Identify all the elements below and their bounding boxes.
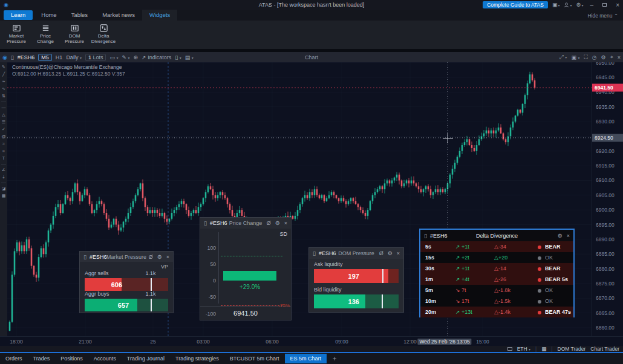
- workspace-tab-trades[interactable]: Trades: [28, 354, 56, 363]
- shape-icon[interactable]: △: [2, 112, 5, 118]
- angle-icon[interactable]: ∠: [2, 167, 5, 173]
- restore-button[interactable]: [602, 3, 607, 7]
- gear-icon[interactable]: ⚙: [388, 250, 393, 256]
- delta-divergence-row[interactable]: 10m↘ 17t△-1.5kOK: [420, 296, 573, 307]
- ribbon-button-price-change[interactable]: PriceChange: [31, 22, 59, 44]
- session-icon[interactable]: [507, 347, 512, 351]
- wave-icon[interactable]: ≈: [2, 141, 5, 147]
- add-tab-button[interactable]: +: [327, 355, 342, 362]
- list-icon[interactable]: ☰: [2, 119, 5, 125]
- menu-tab-learn[interactable]: Learn: [4, 10, 33, 20]
- minimize-button[interactable]: –: [588, 2, 596, 8]
- close-icon[interactable]: ×: [567, 233, 570, 239]
- menu-tab-tables[interactable]: Tables: [64, 10, 95, 21]
- menu-tab-market-news[interactable]: Market news: [95, 10, 142, 21]
- delta-divergence-row[interactable]: 1m↗ +4t△-26BEAR 5s: [420, 274, 573, 285]
- settings-icon[interactable]: ⚙▾: [576, 2, 584, 8]
- text-icon[interactable]: T: [2, 155, 5, 161]
- trend-arrow-icon: ↗: [455, 244, 460, 250]
- zoom-icon[interactable]: ⊕: [134, 54, 139, 60]
- mute-icon[interactable]: Ø: [379, 250, 383, 256]
- timeframe-h1[interactable]: H1: [56, 54, 63, 60]
- pattern-icon[interactable]: ⌗: [2, 148, 5, 154]
- eraser-icon[interactable]: ◪: [2, 186, 6, 192]
- workspace-tab-es-5m-chart[interactable]: ES 5m Chart: [285, 354, 327, 363]
- instrument-icon[interactable]: ▯: [11, 54, 14, 60]
- bar-label: Ask liquidity: [314, 261, 343, 267]
- workspace-tab-btcusdt-5m-chart[interactable]: BTCUSDT 5m Chart: [224, 354, 285, 363]
- market-pressure-panel[interactable]: ▯ #ESH6 Market Pressure Ø ⚙ × VP Aggr se…: [79, 251, 174, 313]
- trend-icon[interactable]: ≃: [2, 79, 5, 85]
- brush-icon[interactable]: ✎: [2, 64, 5, 70]
- mode-label[interactable]: VP: [85, 262, 168, 270]
- time-axis[interactable]: 18:0021:002503:0006:0009:0012:00Wed 25 F…: [0, 336, 623, 346]
- gear-icon[interactable]: ⚙: [157, 254, 162, 260]
- lots-selector[interactable]: 1 Lots: [85, 54, 106, 61]
- levels-icon[interactable]: ⇅: [2, 93, 5, 99]
- gear-icon[interactable]: ⚙: [275, 220, 280, 226]
- mute-icon[interactable]: Ø: [149, 254, 153, 260]
- hide-menu[interactable]: Hide menu ⌃: [587, 13, 618, 19]
- gear-icon[interactable]: ⚙: [558, 233, 563, 239]
- price-change-panel[interactable]: ▯ #ESH6 Price Change Ø ⚙ × SD 100500-50-…: [200, 217, 292, 320]
- ribbon-button-dom-pressure[interactable]: DOMPressure: [60, 22, 88, 44]
- delta-divergence-row[interactable]: 5m↘ 7t△-1.8kOK: [420, 285, 573, 296]
- menu-tab-widgets[interactable]: Widgets: [142, 10, 177, 21]
- guide-button[interactable]: Complete Guide to ATAS: [483, 1, 548, 8]
- close-button[interactable]: ×: [613, 2, 622, 8]
- timeframe-daily[interactable]: Daily ▾: [66, 54, 82, 60]
- chart-settings-icon[interactable]: ⚙: [601, 54, 606, 60]
- zigzag-icon[interactable]: ∿: [2, 86, 5, 92]
- workspace-tab-positions[interactable]: Positions: [55, 354, 88, 363]
- row-status: BEAR 5s: [545, 276, 568, 282]
- mention-icon[interactable]: @: [1, 134, 5, 140]
- delta-divergence-row[interactable]: 20m↗ +13t△-1.4kBEAR 47s: [420, 307, 573, 317]
- close-icon[interactable]: ×: [397, 250, 400, 256]
- pressure-bar: 606: [85, 278, 168, 291]
- layout-icon[interactable]: ▭ ▾: [109, 54, 118, 60]
- close-icon[interactable]: ×: [166, 254, 169, 260]
- arrow-down-icon[interactable]: ⇣: [2, 174, 5, 180]
- symbol-label[interactable]: #ESH6: [18, 54, 35, 60]
- clock-icon[interactable]: ◷: [592, 54, 597, 60]
- snapshot-icon[interactable]: ▣ ▾: [571, 54, 579, 60]
- account-icon[interactable]: ▾: [564, 2, 572, 8]
- session-selector[interactable]: ETH ▾: [517, 346, 530, 352]
- price-axis[interactable]: 6950.006945.006940.006935.006930.006925.…: [592, 62, 623, 336]
- indicators-button[interactable]: ↗ Indicators: [142, 54, 171, 60]
- ribbon-button-delta-divergence[interactable]: DeltaDivergence: [90, 22, 117, 44]
- draw-icon[interactable]: ✎ ▾: [122, 54, 130, 60]
- dom-pressure-panel[interactable]: ▯ #ESH6 DOM Pressure Ø ⚙ × Ask liquidity…: [308, 247, 404, 313]
- ruler-icon[interactable]: ―: [2, 105, 6, 111]
- ribbon-button-market-pressure[interactable]: MarketPressure: [2, 22, 30, 44]
- trend-arrow-icon: ↘: [455, 287, 460, 293]
- chart-trader-button[interactable]: Chart Trader: [590, 346, 619, 352]
- workspace-tab-orders[interactable]: Orders: [0, 354, 28, 363]
- delta-divergence-panel[interactable]: ▯ #ESH6 Delta Divergence ⚙ × 5s↗ +1t△-34…: [419, 229, 575, 317]
- fullscreen-icon[interactable]: ⛶: [584, 54, 587, 60]
- timeframe-m5[interactable]: M5: [38, 54, 52, 61]
- row-timeframe: 1m: [425, 276, 455, 282]
- workspace-tab-accounts[interactable]: Accounts: [88, 354, 122, 363]
- mute-icon[interactable]: Ø: [267, 220, 271, 226]
- chart-close-icon[interactable]: ×: [618, 54, 621, 60]
- print-icon[interactable]: ▤ ▾: [185, 54, 194, 60]
- pin-icon[interactable]: ⌖: [610, 54, 613, 60]
- delta-divergence-row[interactable]: 30s↗ +1t△-14BEAR: [420, 263, 573, 274]
- menu-tab-home[interactable]: Home: [34, 10, 64, 21]
- line-icon[interactable]: ╱: [2, 71, 5, 77]
- delta-divergence-row[interactable]: 15s↗ +2t△+20OK: [420, 252, 573, 263]
- check-icon[interactable]: ✓: [2, 126, 5, 132]
- close-icon[interactable]: ×: [284, 220, 287, 226]
- delta-triangle-icon: △: [494, 287, 498, 293]
- grid-icon[interactable]: ▦: [2, 193, 6, 199]
- link-icon[interactable]: ⤢ ▾: [559, 54, 567, 60]
- dom-trader-button[interactable]: DOM Trader: [558, 346, 586, 352]
- mobile-icon[interactable]: ▯ ▾: [175, 54, 181, 60]
- mode-label[interactable]: SD: [279, 231, 287, 237]
- delta-divergence-row[interactable]: 5s↗ +1t△-34BEAR: [420, 241, 573, 252]
- workspace-tab-trading-strategies[interactable]: Trading strategies: [170, 354, 224, 363]
- workspace-tab-trading-journal[interactable]: Trading Journal: [122, 354, 170, 363]
- calendar-icon[interactable]: ▦: [541, 346, 546, 352]
- screenshot-icon[interactable]: ▣▾: [552, 2, 560, 8]
